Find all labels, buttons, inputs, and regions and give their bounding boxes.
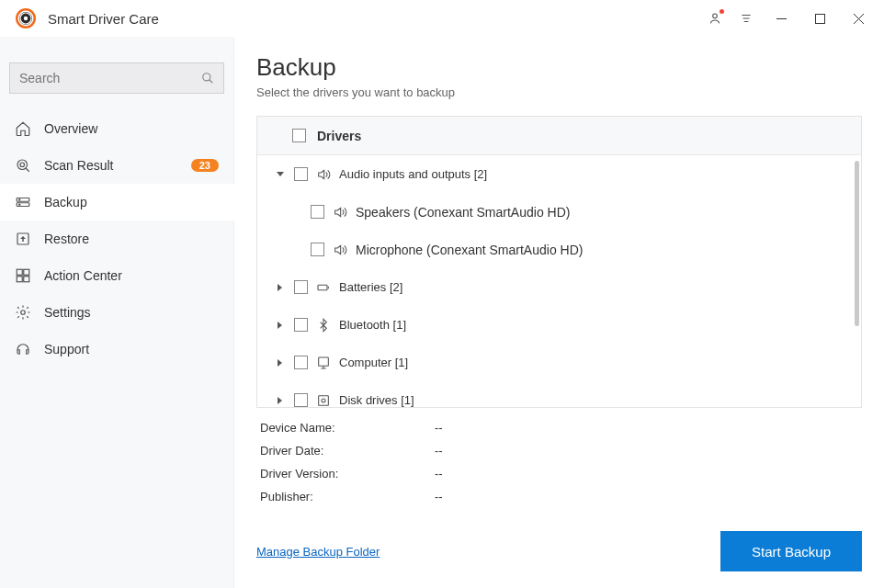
restore-icon: [15, 231, 31, 247]
svg-rect-21: [319, 395, 329, 405]
expand-icon[interactable]: [274, 283, 287, 292]
svg-point-3: [24, 17, 28, 20]
category-batteries[interactable]: Batteries [2]: [257, 268, 861, 306]
category-label: Computer [1]: [339, 356, 861, 369]
audio-icon: [315, 167, 332, 182]
svg-point-7: [17, 160, 28, 170]
device-label: Microphone (Conexant SmartAudio HD): [356, 243, 861, 257]
sidebar-label: Restore: [44, 232, 219, 246]
driver-version-value: --: [435, 467, 443, 481]
backup-icon: [15, 194, 31, 210]
close-button[interactable]: [840, 4, 877, 33]
publisher-value: --: [435, 490, 443, 503]
expand-icon[interactable]: [274, 396, 287, 405]
svg-point-18: [21, 311, 26, 315]
sidebar-item-overview[interactable]: Overview: [0, 110, 233, 147]
collapse-icon[interactable]: [274, 170, 287, 179]
drivers-tree: Drivers Audio inputs and outputs [2] Spe…: [256, 116, 862, 408]
category-checkbox[interactable]: [294, 280, 308, 294]
bluetooth-icon: [315, 318, 332, 333]
audio-icon: [332, 243, 348, 257]
sidebar-item-settings[interactable]: Settings: [0, 294, 233, 331]
battery-icon: [315, 280, 332, 295]
publisher-label: Publisher:: [260, 490, 435, 503]
category-label: Batteries [2]: [339, 280, 861, 294]
sidebar-item-action-center[interactable]: Action Center: [0, 257, 233, 294]
search-icon: [201, 72, 214, 85]
category-checkbox[interactable]: [294, 167, 308, 181]
sidebar-label: Support: [44, 342, 219, 356]
svg-rect-15: [24, 269, 29, 275]
scan-count-badge: 23: [191, 159, 219, 172]
select-all-checkbox[interactable]: [292, 129, 306, 142]
device-label: Speakers (Conexant SmartAudio HD): [356, 205, 861, 220]
expand-icon[interactable]: [274, 321, 287, 330]
disk-icon: [315, 393, 332, 408]
driver-version-label: Driver Version:: [260, 467, 435, 481]
menu-icon[interactable]: [731, 4, 761, 33]
category-checkbox[interactable]: [294, 318, 308, 332]
category-bluetooth[interactable]: Bluetooth [1]: [257, 306, 861, 344]
driver-details: Device Name: -- Driver Date: -- Driver V…: [256, 408, 862, 503]
driver-date-label: Driver Date:: [260, 444, 435, 458]
category-checkbox[interactable]: [294, 356, 308, 369]
main-content: Backup Select the drivers you want to ba…: [234, 37, 884, 588]
sidebar-label: Action Center: [44, 268, 219, 283]
category-computer[interactable]: Computer [1]: [257, 344, 861, 381]
computer-icon: [315, 356, 332, 370]
svg-point-22: [322, 399, 325, 402]
sidebar-label: Overview: [44, 121, 219, 136]
sidebar-item-support[interactable]: Support: [0, 331, 233, 368]
svg-rect-20: [319, 357, 329, 366]
sidebar-label: Scan Result: [44, 158, 178, 173]
audio-icon: [332, 205, 348, 220]
device-name-value: --: [435, 421, 443, 435]
titlebar: Smart Driver Care: [0, 0, 884, 37]
app-title: Smart Driver Care: [48, 11, 700, 27]
svg-rect-14: [17, 269, 22, 275]
svg-rect-16: [17, 277, 22, 282]
sidebar: Overview Scan Result 23 Backup Restore A…: [0, 37, 234, 588]
home-icon: [15, 120, 31, 137]
svg-point-6: [203, 74, 210, 81]
driver-date-value: --: [435, 444, 443, 458]
search-input[interactable]: [9, 62, 224, 94]
svg-point-4: [713, 14, 718, 18]
svg-point-12: [19, 204, 20, 205]
manage-backup-folder-link[interactable]: Manage Backup Folder: [256, 545, 380, 559]
support-icon: [15, 341, 31, 357]
device-speakers[interactable]: Speakers (Conexant SmartAudio HD): [257, 193, 861, 231]
sidebar-item-restore[interactable]: Restore: [0, 220, 233, 257]
svg-point-11: [19, 199, 20, 200]
search-field[interactable]: [19, 71, 201, 85]
maximize-button[interactable]: [801, 4, 838, 33]
device-microphone[interactable]: Microphone (Conexant SmartAudio HD): [257, 231, 861, 268]
device-name-label: Device Name:: [260, 421, 435, 435]
sidebar-label: Backup: [44, 195, 220, 209]
tree-header-label: Drivers: [317, 129, 361, 143]
category-checkbox[interactable]: [294, 393, 308, 407]
minimize-button[interactable]: [763, 4, 799, 33]
sidebar-label: Settings: [44, 305, 219, 320]
account-icon[interactable]: [700, 4, 730, 33]
category-audio[interactable]: Audio inputs and outputs [2]: [257, 155, 861, 193]
svg-rect-5: [815, 14, 824, 23]
device-checkbox[interactable]: [311, 205, 324, 219]
sidebar-item-scan-result[interactable]: Scan Result 23: [0, 147, 233, 184]
page-title: Backup: [256, 53, 862, 82]
device-checkbox[interactable]: [311, 243, 324, 256]
sidebar-item-backup[interactable]: Backup: [0, 184, 234, 220]
grid-icon: [15, 267, 31, 284]
svg-point-8: [20, 163, 25, 167]
page-subtitle: Select the drivers you want to backup: [256, 85, 862, 99]
svg-rect-19: [318, 285, 327, 289]
svg-rect-17: [24, 277, 29, 282]
start-backup-button[interactable]: Start Backup: [720, 531, 862, 571]
tree-body[interactable]: Audio inputs and outputs [2] Speakers (C…: [257, 155, 861, 407]
scan-icon: [15, 157, 31, 174]
expand-icon[interactable]: [274, 358, 287, 368]
notification-dot-icon: [720, 9, 724, 14]
gear-icon: [15, 304, 31, 321]
app-logo-icon: [15, 7, 37, 29]
category-disk-drives[interactable]: Disk drives [1]: [257, 381, 861, 407]
